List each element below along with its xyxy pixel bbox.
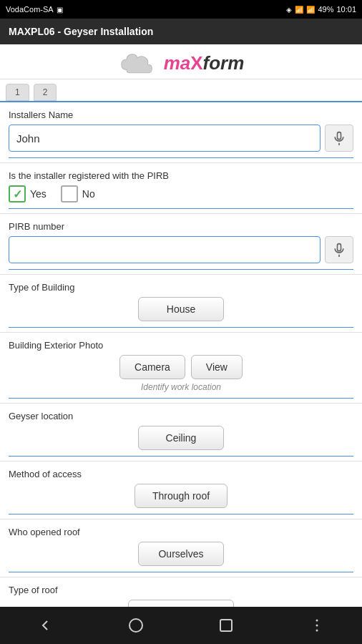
pirb-number-input[interactable] xyxy=(9,236,321,263)
yes-option[interactable]: ✓ Yes xyxy=(9,185,47,203)
type-of-building-section: Type of Building House xyxy=(0,275,362,333)
recent-nav-button[interactable] xyxy=(208,613,244,638)
microphone-icon xyxy=(332,131,346,145)
type-of-building-button[interactable]: House xyxy=(138,297,224,321)
who-opened-roof-section: Who opened roof Ourselves xyxy=(0,519,362,577)
pirb-number-section: PIRB number xyxy=(0,214,362,275)
yes-checkbox[interactable]: ✓ xyxy=(9,185,26,203)
checkmark-icon: ✓ xyxy=(13,187,22,201)
home-nav-button[interactable] xyxy=(118,613,154,638)
building-hint: Identify work location xyxy=(9,382,353,392)
mic-button-1[interactable] xyxy=(325,125,353,152)
sim-icon: ▣ xyxy=(57,6,63,14)
building-exterior-label: Building Exterior Photo xyxy=(9,340,353,351)
pirb-number-row xyxy=(9,236,353,263)
mic-button-2[interactable] xyxy=(325,236,353,263)
back-icon xyxy=(36,617,54,634)
no-option[interactable]: No xyxy=(61,185,95,203)
form-content: Installers Name Is the installer registe… xyxy=(0,102,362,628)
battery-text: 49% xyxy=(318,5,333,14)
pirb-label: Is the installer registered with the PIR… xyxy=(9,170,353,181)
svg-rect-0 xyxy=(338,132,341,140)
more-icon xyxy=(308,617,326,634)
wifi-icon: 📶 xyxy=(295,6,303,14)
method-of-access-section: Method of access Through roof xyxy=(0,462,362,519)
method-of-access-label: Method of access xyxy=(9,469,353,479)
type-of-building-btn-row: House xyxy=(9,297,353,321)
method-of-access-btn-row: Through roof xyxy=(9,484,353,508)
status-bar: VodaCom-SA ▣ ◈ 📶 📶 49% 10:01 xyxy=(0,0,362,19)
type-of-roof-label: Type of roof xyxy=(9,585,353,595)
pirb-number-label: PIRB number xyxy=(9,221,353,232)
no-checkbox[interactable] xyxy=(61,185,78,203)
app-title: MAXPL06 - Geyser Installation xyxy=(9,26,153,37)
pirb-section: Is the installer registered with the PIR… xyxy=(0,163,362,214)
who-opened-roof-label: Who opened roof xyxy=(9,527,353,537)
signal-icon: 📶 xyxy=(306,6,315,14)
title-bar: MAXPL06 - Geyser Installation xyxy=(0,19,362,44)
svg-point-8 xyxy=(315,630,318,632)
svg-point-7 xyxy=(315,625,318,627)
installers-name-section: Installers Name xyxy=(0,102,362,163)
cloud-icon xyxy=(118,50,161,76)
geyser-location-btn-row: Ceiling xyxy=(9,426,353,450)
who-opened-roof-btn-row: Ourselves xyxy=(9,542,353,566)
tab-2[interactable]: 2 xyxy=(34,84,57,101)
camera-row: Camera View xyxy=(9,355,353,379)
view-button[interactable]: View xyxy=(191,355,243,379)
type-of-building-label: Type of Building xyxy=(9,282,353,293)
back-nav-button[interactable] xyxy=(27,613,63,638)
yes-label: Yes xyxy=(30,188,47,200)
tabs-area: 1 2 xyxy=(0,79,362,102)
camera-button[interactable]: Camera xyxy=(119,355,185,379)
microphone-icon-2 xyxy=(332,243,346,257)
time-text: 10:01 xyxy=(336,5,356,14)
geyser-location-section: Geyser location Ceiling xyxy=(0,404,362,462)
svg-point-4 xyxy=(129,619,142,632)
svg-rect-2 xyxy=(338,244,341,251)
geyser-location-label: Geyser location xyxy=(9,411,353,421)
installers-name-row xyxy=(9,125,353,152)
logo-area: maXform xyxy=(0,44,362,79)
no-label: No xyxy=(82,188,95,200)
installers-name-label: Installers Name xyxy=(9,109,353,120)
logo-text: maXform xyxy=(164,52,245,74)
home-icon xyxy=(127,617,145,634)
location-icon: ◈ xyxy=(286,6,292,14)
method-of-access-button[interactable]: Through roof xyxy=(134,484,228,508)
logo-container: maXform xyxy=(118,50,245,76)
pirb-checkbox-row: ✓ Yes No xyxy=(9,185,353,203)
carrier-text: VodaCom-SA xyxy=(6,5,54,14)
svg-rect-5 xyxy=(220,620,232,631)
tab-1[interactable]: 1 xyxy=(6,84,29,101)
more-nav-button[interactable] xyxy=(299,613,335,638)
svg-point-6 xyxy=(315,620,318,622)
who-opened-roof-button[interactable]: Ourselves xyxy=(138,542,224,566)
geyser-location-button[interactable]: Ceiling xyxy=(138,426,224,450)
installers-name-input[interactable] xyxy=(9,125,321,152)
building-exterior-section: Building Exterior Photo Camera View Iden… xyxy=(0,333,362,404)
bottom-nav xyxy=(0,607,362,644)
recent-icon xyxy=(217,617,235,634)
